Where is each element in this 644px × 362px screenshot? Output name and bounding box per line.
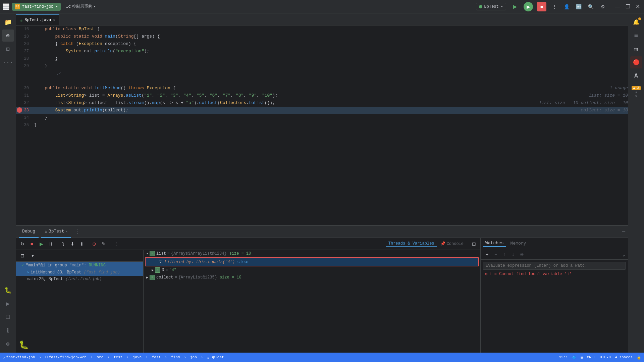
var-list-expand[interactable]: ▾ xyxy=(146,252,148,256)
user-button[interactable]: 👤 xyxy=(562,3,571,11)
more-debug-button[interactable]: ⋮ xyxy=(112,240,120,248)
minimize-button[interactable]: — xyxy=(613,2,622,11)
run-config[interactable]: BpTest ▾ xyxy=(476,3,506,10)
sidebar-terminal-icon[interactable]: □ xyxy=(2,311,14,323)
nav-control[interactable]: ⎇ 控制层重构 ▾ xyxy=(63,2,99,11)
add-watch-button[interactable]: + xyxy=(483,251,491,258)
filter-tag-text: Filtered by: this.equals("4") xyxy=(165,260,235,264)
force-return-button[interactable]: ✎ xyxy=(99,240,108,248)
translate-button[interactable]: 🔤 xyxy=(575,3,583,11)
sidebar-info-icon[interactable]: ℹ xyxy=(2,324,14,337)
code-editor[interactable]: 16 public class BpTest { 18 public stati… xyxy=(16,25,628,225)
project-selector[interactable]: FJ fast-find-job ▾ xyxy=(12,3,61,11)
breakpoint-33[interactable] xyxy=(17,107,22,113)
status-indent[interactable]: 4 spaces xyxy=(615,355,633,359)
debug-tab-bptest[interactable]: ☕ BpTest ✕ xyxy=(41,226,71,238)
memory-tab[interactable]: Memory xyxy=(508,240,528,247)
tab-close-icon[interactable]: ✕ xyxy=(53,18,55,22)
thread-check-icon: ✓ xyxy=(21,263,24,268)
debug-close-icon[interactable]: ✕ xyxy=(66,229,68,234)
status-encoding[interactable]: UTF-8 xyxy=(600,355,611,359)
sidebar-bookmark-icon[interactable]: ⊛ xyxy=(2,30,14,42)
remove-watch-button[interactable]: − xyxy=(492,251,499,258)
step-out-button[interactable]: ⬆ xyxy=(77,240,86,248)
split-view-button[interactable]: ⊡ xyxy=(470,240,478,248)
right-notifications-icon[interactable]: 🔔 xyxy=(630,16,642,28)
main-layout: 📁 ⊛ ⊞ ··· 🐛 ▶ □ ℹ ⊛ ☕ BpTest.java ✕ 16 xyxy=(0,13,644,353)
sidebar-git-icon[interactable]: ⊛ xyxy=(2,338,14,350)
sidebar-folder-icon[interactable]: 📁 xyxy=(2,16,14,28)
sidebar-debug-icon[interactable]: 🐛 xyxy=(2,284,14,296)
sidebar-run-icon[interactable]: ▶ xyxy=(2,298,14,310)
collapse-icon[interactable]: ∨ xyxy=(632,94,640,98)
pause-button[interactable]: ⏸ xyxy=(46,240,55,248)
right-font-icon[interactable]: A xyxy=(630,70,642,82)
settings-button[interactable]: ⚙ xyxy=(599,3,607,11)
copy-watch-button[interactable]: ⊕ xyxy=(518,251,526,258)
more-options-button[interactable]: ⋮ xyxy=(550,3,558,11)
status-class[interactable]: ☕ BpTest xyxy=(207,355,224,360)
line-num-26: 26 xyxy=(16,40,33,48)
debug-run-button[interactable]: ▶ xyxy=(524,2,533,11)
console-tab[interactable]: 📌 Console xyxy=(438,241,466,246)
var-filtered-item[interactable]: ⊽ Filtered by: this.equals("4") clear xyxy=(145,257,479,266)
step-over-button[interactable]: ⤵ xyxy=(59,240,67,248)
line-content-28: } xyxy=(33,55,628,62)
expand-icon[interactable]: ∧ xyxy=(632,90,640,94)
thread-main[interactable]: ✓ "main"@1 in group "main": RUNNING xyxy=(16,262,143,269)
step-into-button[interactable]: ⬇ xyxy=(68,240,77,248)
tab-bptest[interactable]: ☕ BpTest.java ✕ xyxy=(16,14,59,25)
right-plugin-icon[interactable]: ≡ xyxy=(630,30,642,42)
status-intellij-icon[interactable]: 🔷 xyxy=(572,355,577,360)
watches-expand-btn[interactable]: ⌄ xyxy=(623,252,625,257)
status-java[interactable]: java xyxy=(133,355,142,359)
status-crlf[interactable]: CRLF xyxy=(587,355,596,359)
stop-button[interactable]: ■ xyxy=(537,2,546,11)
rerun-button[interactable]: ↻ xyxy=(18,240,27,248)
status-find[interactable]: find xyxy=(171,355,180,359)
move-up-button[interactable]: ↑ xyxy=(501,251,508,258)
status-project[interactable]: ▷ fast-find-job xyxy=(3,355,35,360)
right-bookmark-icon[interactable]: 𝖒 xyxy=(630,43,642,55)
expand-threads-button[interactable]: ▾ xyxy=(28,251,37,260)
status-module[interactable]: □ fast-find-job-web xyxy=(45,355,87,359)
status-fast[interactable]: fast xyxy=(152,355,161,359)
status-position[interactable]: 33:1 xyxy=(559,355,568,359)
frame-main[interactable]: main:25, BpTest (fast.find.job) xyxy=(16,276,143,282)
threads-vars-tab[interactable]: Threads & Variables xyxy=(386,241,437,247)
stop-debug-button[interactable]: ■ xyxy=(28,240,36,248)
search-button[interactable]: 🔍 xyxy=(587,3,595,11)
status-src[interactable]: src xyxy=(97,355,104,359)
watches-tab[interactable]: Watches xyxy=(483,240,506,247)
variables-panel: ▾ ≡ list = {Arrays$ArrayList@1234} size … xyxy=(144,250,480,353)
debug-minimize-icon[interactable]: — xyxy=(622,229,625,235)
status-readonly-icon[interactable]: 🔒 xyxy=(637,355,641,360)
var-list-item[interactable]: ▾ ≡ list = {Arrays$ArrayList@1234} size … xyxy=(144,250,480,257)
var-collect-item[interactable]: ▶ ≡ collect = {ArrayList@1235} size = 10 xyxy=(144,274,480,281)
debug-more-icon[interactable]: ⋮ xyxy=(75,228,80,235)
move-down-button[interactable]: ↓ xyxy=(509,251,517,258)
var-collect-expand[interactable]: ▶ xyxy=(146,275,148,279)
filter-threads-button[interactable]: ⊟ xyxy=(18,251,27,260)
run-button[interactable]: ▶ xyxy=(510,2,520,11)
var-3-expand[interactable]: ▶ xyxy=(152,268,154,272)
resume-button[interactable]: ▶ xyxy=(37,240,46,248)
evaluate-expression-input[interactable] xyxy=(483,262,626,270)
line-content-26: } catch (Exception exception) { xyxy=(33,40,628,48)
status-sep4: › xyxy=(126,355,129,359)
status-job[interactable]: job xyxy=(190,355,197,359)
close-button[interactable]: ✕ xyxy=(634,2,641,11)
sidebar-structure-icon[interactable]: ⊞ xyxy=(2,43,14,55)
frame-initmethod[interactable]: ↪ initMethod:33, BpTest (fast.find.job) xyxy=(16,269,143,276)
debug-tab-debug[interactable]: Debug xyxy=(19,226,39,238)
maximize-button[interactable]: ❐ xyxy=(624,2,632,11)
hamburger-menu[interactable] xyxy=(3,3,9,10)
drop-frame-button[interactable]: ⊙ xyxy=(90,240,99,248)
var-3-item[interactable]: ▶ ≡ 3 = "4" xyxy=(144,266,480,274)
status-test[interactable]: test xyxy=(114,355,122,359)
warning-count-badge[interactable]: ▲ 3 xyxy=(632,86,640,90)
status-windows-icon[interactable]: ⊞ xyxy=(581,355,583,360)
sidebar-dots-icon[interactable]: ··· xyxy=(2,56,14,68)
right-error-icon[interactable]: 🔴 xyxy=(630,56,642,68)
filter-clear-btn[interactable]: clear xyxy=(237,260,250,264)
